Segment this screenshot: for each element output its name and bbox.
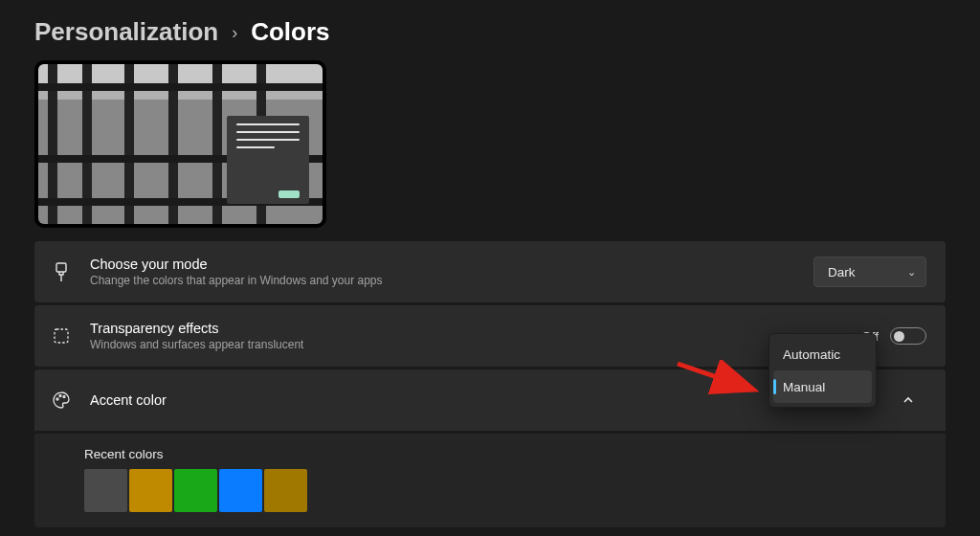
chevron-down-icon: ⌄ (907, 266, 916, 279)
preview-window (227, 116, 309, 204)
svg-point-3 (59, 395, 61, 397)
color-swatch[interactable] (174, 469, 217, 512)
transparency-toggle[interactable] (890, 327, 926, 345)
mode-select-value: Dark (828, 265, 856, 279)
row-accent-color: Accent color Automatic Manual (34, 369, 946, 431)
transparency-icon (50, 324, 73, 347)
recent-colors-swatches (84, 469, 930, 512)
svg-point-2 (56, 398, 58, 400)
row-title: Transparency effects (90, 321, 844, 336)
dropdown-item-automatic[interactable]: Automatic (773, 338, 872, 370)
accent-expanded-body: Recent colors (34, 434, 946, 527)
row-choose-mode: Choose your mode Change the colors that … (34, 241, 946, 302)
page-title: Colors (251, 17, 329, 47)
color-swatch[interactable] (219, 469, 262, 512)
breadcrumb-parent[interactable]: Personalization (34, 17, 218, 47)
breadcrumb: Personalization › Colors (34, 17, 946, 47)
row-title: Choose your mode (90, 257, 796, 272)
mode-select[interactable]: Dark ⌄ (813, 257, 926, 287)
chevron-right-icon: › (232, 23, 237, 43)
recent-colors-label: Recent colors (84, 447, 930, 461)
row-subtitle: Windows and surfaces appear translucent (90, 338, 844, 351)
collapse-button[interactable] (890, 382, 926, 418)
color-swatch[interactable] (129, 469, 172, 512)
svg-rect-0 (56, 263, 66, 272)
svg-rect-1 (55, 329, 68, 343)
brush-icon (50, 260, 73, 283)
dropdown-item-manual[interactable]: Manual (773, 370, 872, 403)
row-subtitle: Change the colors that appear in Windows… (90, 274, 796, 287)
palette-icon (50, 389, 73, 412)
accent-mode-dropdown: Automatic Manual (768, 333, 877, 408)
color-swatch[interactable] (264, 469, 307, 512)
svg-line-5 (678, 364, 750, 389)
svg-point-4 (63, 396, 65, 398)
color-swatch[interactable] (84, 469, 127, 512)
row-title: Accent color (90, 392, 873, 408)
desktop-preview (34, 60, 326, 228)
